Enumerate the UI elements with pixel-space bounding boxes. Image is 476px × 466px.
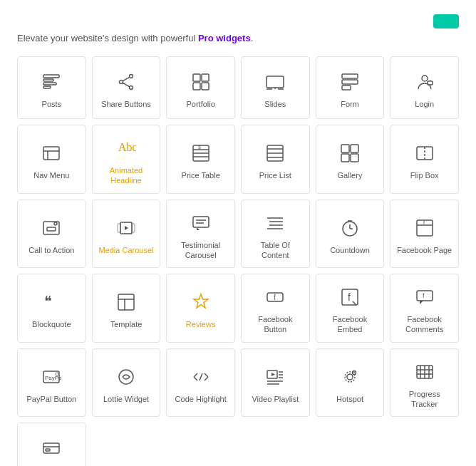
svg-point-6 [119, 80, 123, 83]
svg-point-44 [54, 222, 57, 225]
flipbox-icon [415, 140, 435, 166]
code-highlight-icon [191, 364, 211, 390]
widgets-grid: PostsShare ButtonsPortfolioSlidesFormLog… [17, 56, 459, 466]
widget-item-paypal-button[interactable]: PayPalPayPal Button [17, 348, 86, 418]
widget-item-portfolio[interactable]: Portfolio [166, 56, 235, 119]
svg-point-80 [119, 370, 133, 384]
svg-marker-87 [271, 373, 275, 376]
widget-item-login[interactable]: Login [390, 56, 459, 119]
svg-line-84 [205, 377, 208, 380]
blockquote-icon: ❝ [41, 289, 61, 315]
page-header [17, 14, 459, 29]
widget-label-facebook-embed: Facebook Embed [322, 314, 378, 335]
svg-rect-2 [43, 83, 56, 85]
widget-item-price-list[interactable]: Price List [241, 125, 310, 194]
widget-label-facebook-button: Facebook Button [247, 314, 304, 335]
widget-label-hotspot: Hotspot [336, 394, 363, 404]
svg-text:$: $ [198, 145, 201, 150]
widget-label-login: Login [415, 99, 434, 109]
widget-item-video-playlist[interactable]: Video Playlist [241, 348, 310, 418]
widget-item-posts[interactable]: Posts [17, 56, 86, 119]
widget-item-call-to-action[interactable]: Call to Action [17, 200, 86, 269]
facebook-page-icon: f [415, 215, 435, 241]
widget-item-blockquote[interactable]: ❝Blockquote [17, 274, 86, 343]
widget-label-gallery: Gallery [338, 170, 363, 180]
svg-rect-36 [341, 145, 349, 152]
svg-text:f: f [423, 219, 425, 224]
widget-item-form[interactable]: Form [316, 56, 385, 119]
svg-point-79 [56, 373, 58, 376]
svg-rect-37 [351, 145, 358, 152]
widget-item-reviews[interactable]: Reviews [166, 274, 235, 343]
svg-rect-47 [132, 224, 135, 232]
svg-text:Abc: Abc [118, 141, 136, 153]
widget-label-blockquote: Blockquote [32, 319, 71, 329]
stripe-icon [41, 435, 61, 461]
widget-item-testimonial-carousel[interactable]: Testimonial Carousel [166, 200, 235, 269]
widget-label-share-buttons: Share Buttons [101, 99, 151, 109]
svg-rect-18 [342, 80, 358, 84]
svg-marker-68 [194, 294, 208, 308]
widget-item-progress-tracker[interactable]: Progress Tracker [390, 348, 459, 418]
widget-label-call-to-action: Call to Action [29, 245, 74, 255]
widget-item-countdown[interactable]: Countdown [316, 200, 385, 269]
svg-rect-49 [193, 217, 209, 227]
widget-item-slides[interactable]: Slides [241, 56, 310, 119]
widget-item-flip-box[interactable]: Flip Box [390, 125, 459, 194]
svg-line-85 [200, 373, 202, 380]
svg-rect-61 [417, 220, 433, 236]
get-elementor-pro-button[interactable] [433, 14, 459, 29]
login-icon [415, 69, 435, 95]
widget-item-facebook-button[interactable]: fFacebook Button [241, 274, 310, 343]
svg-rect-0 [43, 75, 59, 78]
posts-icon [41, 69, 61, 95]
widget-label-table-of-content: Table Of Content [247, 240, 304, 261]
widget-item-facebook-page[interactable]: fFacebook Page [390, 200, 459, 269]
svg-text:PayPal: PayPal [45, 375, 61, 381]
widget-item-animated-headline[interactable]: AbcAnimated Headline [92, 125, 161, 194]
svg-line-83 [205, 373, 208, 377]
widget-item-template[interactable]: Template [92, 274, 161, 343]
svg-text:f: f [274, 294, 276, 301]
widget-item-facebook-comments[interactable]: fFacebook Comments [390, 274, 459, 343]
svg-rect-19 [342, 86, 351, 90]
widget-item-code-highlight[interactable]: Code Highlight [166, 348, 235, 418]
svg-marker-75 [420, 301, 423, 304]
widget-item-table-of-content[interactable]: Table Of Content [241, 200, 310, 269]
svg-line-8 [123, 83, 129, 86]
facebook-embed-icon: f [340, 284, 360, 310]
widget-item-gallery[interactable]: Gallery [316, 125, 385, 194]
svg-point-93 [347, 374, 353, 380]
reviews-icon [191, 289, 211, 315]
svg-point-4 [129, 74, 133, 78]
widget-label-posts: Posts [42, 99, 62, 109]
widget-label-form: Form [341, 99, 359, 109]
widget-label-lottie-widget: Lottie Widget [103, 394, 149, 404]
widget-item-media-carousel[interactable]: Media Carousel [92, 200, 161, 269]
svg-rect-38 [341, 154, 349, 162]
widget-item-price-table[interactable]: $Price Table [166, 125, 235, 194]
facebook-comments-icon: f [415, 284, 435, 310]
widget-item-facebook-embed[interactable]: fFacebook Embed [316, 274, 385, 343]
widget-label-reviews: Reviews [186, 319, 216, 329]
widget-item-stripe-button[interactable]: Stripe Button [17, 423, 86, 466]
svg-rect-103 [43, 443, 59, 453]
widget-item-nav-menu[interactable]: Nav Menu [17, 125, 86, 194]
svg-line-82 [194, 377, 197, 380]
facebook-button-icon: f [265, 284, 285, 310]
widget-label-animated-headline: Animated Headline [98, 165, 155, 186]
widget-label-facebook-comments: Facebook Comments [396, 314, 452, 335]
widget-item-lottie-widget[interactable]: Lottie Widget [92, 348, 161, 418]
svg-line-7 [123, 77, 129, 81]
widget-item-hotspot[interactable]: Hotspot [316, 348, 385, 418]
svg-point-5 [129, 86, 133, 89]
svg-line-81 [194, 373, 197, 377]
media-carousel-icon [116, 215, 136, 241]
svg-rect-13 [267, 76, 284, 88]
testimonial-carousel-icon [191, 210, 211, 236]
svg-rect-65 [118, 294, 134, 310]
svg-rect-46 [118, 224, 120, 232]
widget-label-code-highlight: Code Highlight [175, 394, 227, 404]
widget-item-share-buttons[interactable]: Share Buttons [92, 56, 161, 119]
cta-icon [41, 215, 61, 241]
